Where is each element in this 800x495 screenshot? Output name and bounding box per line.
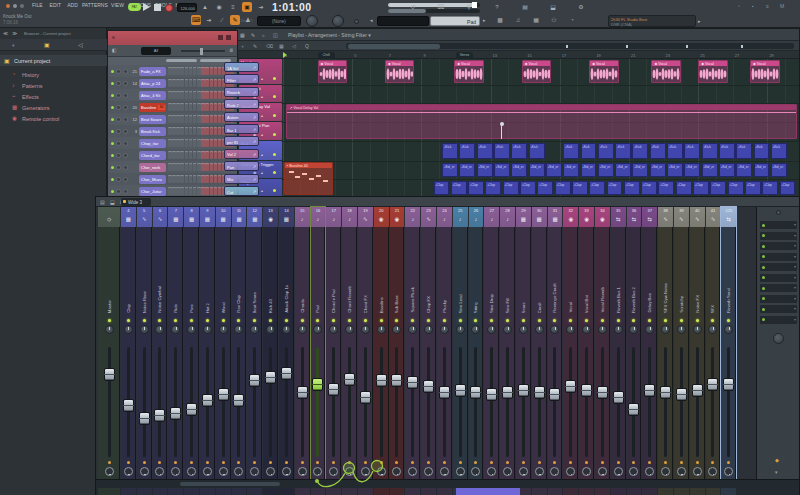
strip-enable-led[interactable] — [427, 319, 430, 322]
automation-button-4[interactable]: Rvrb 2↗ — [224, 99, 259, 109]
strip-header[interactable]: 31▦ — [548, 207, 563, 227]
step-cell[interactable] — [172, 163, 176, 171]
master-volume-knob[interactable] — [306, 15, 318, 27]
channel-enable-led[interactable] — [111, 178, 114, 181]
step-cell[interactable] — [180, 187, 184, 195]
step-cell[interactable] — [201, 151, 205, 159]
pattern-next-arrow[interactable]: ▸ — [483, 17, 486, 23]
strip-fader-track[interactable] — [443, 347, 446, 457]
channel-pan-knob[interactable] — [116, 141, 121, 146]
fx-panel-led-icon[interactable] — [776, 210, 781, 215]
channel-button-attac-p-24[interactable]: Attac_p 24 — [139, 79, 166, 88]
fx-slot-led[interactable] — [762, 245, 765, 248]
strip-stereo-knob[interactable] — [614, 467, 623, 476]
strip-route-led[interactable] — [569, 461, 572, 464]
step-cell[interactable] — [172, 175, 176, 183]
metronome-icon[interactable]: ▲ — [200, 2, 210, 12]
fx-slot-arrow-icon[interactable]: ▾ — [794, 254, 796, 259]
strip-stereo-knob[interactable] — [566, 467, 575, 476]
track-arrow-icon[interactable]: ▴ — [261, 76, 263, 81]
mixer-menu-icon[interactable]: ▤ — [100, 199, 105, 205]
strip-stereo-knob[interactable] — [155, 467, 164, 476]
pattern-clip-sid_er[interactable]: ▪Sid_er — [563, 163, 579, 177]
step-cell[interactable] — [168, 79, 172, 87]
strip-enable-led[interactable] — [522, 319, 525, 322]
strip-enable-led[interactable] — [569, 319, 572, 322]
step-cell[interactable] — [218, 163, 222, 171]
step-cell[interactable] — [172, 151, 176, 159]
track-active-led[interactable] — [273, 133, 276, 136]
strip-header[interactable]: 24♪ — [437, 207, 452, 227]
channel-pan-knob[interactable] — [116, 153, 121, 158]
strip-fader-track[interactable] — [158, 347, 161, 457]
rack-filter-lcd[interactable]: All — [141, 47, 171, 55]
strip-enable-led[interactable] — [206, 319, 209, 322]
pattern-clip-kick[interactable]: ▪Kick — [563, 143, 579, 159]
fx-slot-arrow-icon[interactable]: ▾ — [794, 306, 796, 311]
browser-window-icon[interactable]: ◔ — [567, 15, 577, 25]
mixer-titlebar[interactable] — [96, 197, 799, 207]
strip-header[interactable]: 19∿ — [358, 207, 373, 227]
audio-clip-vocal[interactable]: ◆ Vocal — [522, 60, 551, 83]
step-cell[interactable] — [189, 163, 193, 171]
channel-button-chor-muza[interactable]: Chor_Muza — [139, 175, 166, 184]
step-cell[interactable] — [197, 163, 201, 171]
channel-pan-knob[interactable] — [116, 81, 121, 86]
channel-enable-led[interactable] — [111, 190, 114, 193]
step-cell[interactable] — [189, 139, 193, 147]
strip-pan-knob[interactable] — [708, 325, 717, 334]
strip-header[interactable]: 25♪ — [453, 207, 468, 227]
strip-stereo-knob[interactable] — [408, 467, 417, 476]
strip-enable-led[interactable] — [459, 319, 462, 322]
mixer-strip-chord-fx[interactable]: 19∿Chord FX — [358, 207, 373, 479]
strip-route-led[interactable] — [538, 461, 541, 464]
playlist-zoom-icon[interactable]: ⌕ — [262, 32, 265, 39]
stop-button[interactable] — [154, 4, 161, 11]
strip-stereo-knob[interactable] — [550, 467, 559, 476]
mixer-strip-bassline[interactable]: 20◉Bassline — [374, 207, 389, 479]
pattern-clip-kick[interactable]: ▪Kick — [529, 143, 545, 159]
mixer-strip-vocal-reverb[interactable]: 34◉Vocal Reverb — [595, 207, 610, 479]
strip-stereo-knob[interactable] — [582, 467, 591, 476]
mixer-strip-sub-bass[interactable]: 21◉Sub Bass — [390, 207, 405, 479]
fx-slot-6[interactable]: ▾ — [760, 274, 797, 282]
pattern-clip-kick[interactable]: ▪Kick — [615, 143, 631, 159]
strip-enable-led[interactable] — [143, 319, 146, 322]
pattern-clip-sid_er[interactable]: ▪Sid_er — [477, 163, 493, 177]
strip-stereo-knob[interactable] — [250, 467, 259, 476]
audio-clip-vocal[interactable]: ◆ Vocal — [651, 60, 680, 83]
strip-pan-knob[interactable] — [535, 325, 544, 334]
strip-route-led[interactable] — [474, 461, 477, 464]
step-cell[interactable] — [214, 175, 218, 183]
strip-stereo-knob[interactable] — [266, 467, 275, 476]
automation-button-3[interactable]: Reverb↗ — [224, 87, 259, 97]
audio-clip-vocal[interactable]: ◆ Vocal — [454, 60, 483, 83]
step-cell[interactable] — [193, 175, 197, 183]
channel-enable-led[interactable] — [111, 106, 114, 109]
strip-enable-led[interactable] — [443, 319, 446, 322]
step-cell[interactable] — [176, 79, 180, 87]
mixer-h-scrollbar[interactable] — [180, 482, 280, 486]
strip-pan-knob[interactable] — [361, 325, 370, 334]
step-cell[interactable] — [193, 115, 197, 123]
step-cell[interactable] — [218, 67, 222, 75]
channel-button-bassline[interactable]: Bassline40 — [139, 103, 166, 112]
pattern-clip-kick[interactable]: ▪Kick — [736, 143, 752, 159]
strip-fader-track[interactable] — [727, 347, 730, 457]
step-cell[interactable] — [205, 91, 209, 99]
strip-pan-knob[interactable] — [234, 325, 243, 334]
fx-slot-led[interactable] — [762, 255, 765, 258]
playlist-menu-icon[interactable]: ▩ — [240, 32, 245, 38]
play-button[interactable] — [143, 3, 150, 11]
strip-route-led[interactable] — [711, 461, 714, 464]
channel-enable-led[interactable] — [111, 118, 114, 121]
step-cell[interactable] — [176, 163, 180, 171]
channel-enable-led[interactable] — [111, 166, 114, 169]
strip-route-led[interactable] — [143, 461, 146, 464]
fx-slot-5[interactable]: ▾ — [760, 263, 797, 271]
pattern-number-lcd[interactable] — [377, 16, 429, 26]
strip-header[interactable]: 21◉ — [390, 207, 405, 227]
strip-header[interactable]: 38∿ — [658, 207, 673, 227]
strip-header[interactable]: 41∿ — [706, 207, 721, 227]
strip-fader-track[interactable] — [569, 347, 572, 457]
